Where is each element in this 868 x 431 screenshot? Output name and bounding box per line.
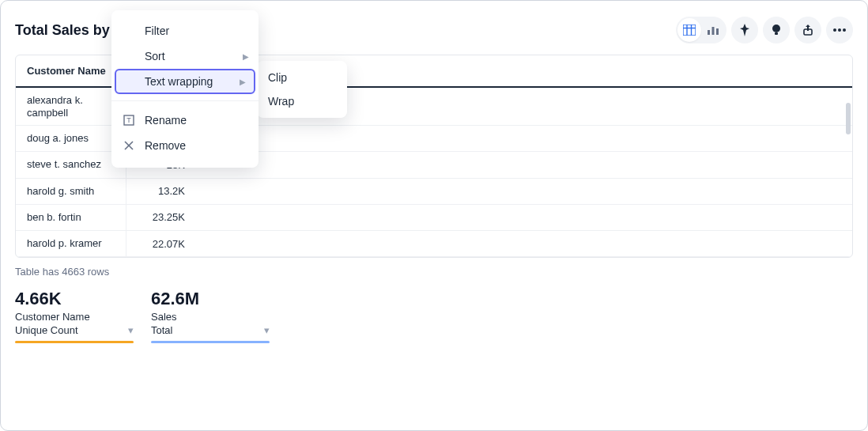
ctx-item-rename[interactable]: T Rename bbox=[111, 108, 259, 133]
more-button[interactable] bbox=[826, 17, 853, 43]
app-window: Total Sales by C bbox=[0, 0, 868, 431]
cell-customer-name: steve t. sanchez bbox=[16, 152, 126, 177]
kpi-aggregation-value: Total bbox=[151, 324, 172, 336]
pin-icon bbox=[739, 24, 750, 36]
ctx-item-sort[interactable]: Sort ▶ bbox=[111, 43, 259, 69]
kpi-customer-name: 4.66K Customer Name Unique Count ▾ bbox=[15, 289, 134, 343]
chevron-down-icon: ▾ bbox=[264, 324, 270, 336]
ctx-item-label: Sort bbox=[145, 50, 165, 62]
cell-value: 22.07K bbox=[126, 232, 196, 256]
chevron-down-icon: ▾ bbox=[128, 324, 134, 336]
cell-value: 23.25K bbox=[126, 205, 196, 229]
kpi-label: Sales bbox=[151, 311, 270, 323]
chevron-right-icon: ▶ bbox=[243, 52, 249, 61]
ctx-item-filter[interactable]: Filter bbox=[111, 18, 259, 43]
bar-chart-icon bbox=[707, 25, 719, 36]
table-row[interactable]: ben b. fortin 23.25K bbox=[16, 205, 852, 231]
svg-rect-6 bbox=[716, 28, 719, 35]
cell-customer-name: doug a. jones bbox=[16, 126, 126, 151]
ctx-divider bbox=[111, 100, 259, 101]
svg-point-12 bbox=[843, 28, 846, 32]
view-toggle bbox=[676, 17, 726, 43]
row-count-label: Table has 4663 rows bbox=[15, 266, 853, 278]
cell-customer-name: alexandra k. campbell bbox=[16, 88, 126, 125]
svg-rect-8 bbox=[775, 32, 778, 35]
more-horizontal-icon bbox=[833, 28, 846, 32]
chevron-right-icon: ▶ bbox=[240, 78, 246, 86]
table-row[interactable]: harold g. smith 13.2K bbox=[16, 179, 852, 205]
svg-rect-0 bbox=[683, 25, 696, 36]
submenu-item-label: Wrap bbox=[268, 95, 294, 108]
table-icon bbox=[683, 25, 696, 36]
kpi-value: 62.6M bbox=[151, 289, 270, 309]
kpi-aggregation-select[interactable]: Unique Count ▾ bbox=[15, 324, 134, 336]
svg-text:T: T bbox=[126, 116, 131, 124]
kpi-aggregation-select[interactable]: Total ▾ bbox=[151, 324, 270, 336]
view-table-button[interactable] bbox=[677, 18, 701, 42]
ctx-item-label: Text wrapping bbox=[145, 75, 213, 88]
kpi-underline bbox=[151, 341, 270, 343]
share-button[interactable] bbox=[794, 17, 821, 43]
kpi-label: Customer Name bbox=[15, 311, 134, 323]
kpi-underline bbox=[15, 341, 134, 343]
kpi-value: 4.66K bbox=[15, 289, 134, 309]
ctx-item-label: Rename bbox=[145, 114, 187, 127]
kpi-sales: 62.6M Sales Total ▾ bbox=[151, 289, 270, 343]
ctx-item-text-wrapping[interactable]: Text wrapping ▶ bbox=[115, 69, 255, 94]
rename-icon: T bbox=[123, 115, 135, 126]
view-chart-button[interactable] bbox=[701, 18, 725, 42]
toolbar bbox=[676, 17, 853, 43]
ctx-item-label: Remove bbox=[145, 139, 186, 152]
page-title: Total Sales by C bbox=[15, 22, 124, 39]
svg-rect-5 bbox=[712, 27, 715, 35]
column-header-customer-name[interactable]: Customer Name bbox=[16, 55, 126, 86]
scrollbar-thumb[interactable] bbox=[846, 103, 851, 134]
cell-customer-name: ben b. fortin bbox=[16, 205, 126, 230]
insight-button[interactable] bbox=[763, 17, 790, 43]
svg-point-11 bbox=[838, 28, 841, 32]
ctx-item-remove[interactable]: Remove bbox=[111, 133, 259, 158]
cell-value: 13.2K bbox=[126, 179, 196, 203]
share-icon bbox=[802, 24, 813, 36]
svg-point-7 bbox=[772, 25, 780, 32]
svg-point-10 bbox=[833, 28, 836, 32]
lightbulb-icon bbox=[771, 24, 782, 36]
column-context-menu: Filter Sort ▶ Text wrapping ▶ T Rename R… bbox=[111, 10, 259, 168]
close-icon bbox=[123, 141, 135, 150]
submenu-item-clip[interactable]: Clip bbox=[257, 66, 347, 89]
pin-button[interactable] bbox=[731, 17, 758, 43]
submenu-item-wrap[interactable]: Wrap bbox=[257, 89, 347, 113]
svg-rect-4 bbox=[708, 30, 710, 35]
ctx-item-label: Filter bbox=[145, 25, 169, 37]
text-wrapping-submenu: Clip Wrap bbox=[257, 61, 347, 118]
submenu-item-label: Clip bbox=[268, 71, 287, 84]
table-row[interactable]: harold p. kramer 22.07K bbox=[16, 231, 852, 257]
kpi-aggregation-value: Unique Count bbox=[15, 324, 78, 336]
kpi-strip: 4.66K Customer Name Unique Count ▾ 62.6M… bbox=[15, 289, 853, 343]
cell-customer-name: harold p. kramer bbox=[16, 231, 126, 256]
cell-customer-name: harold g. smith bbox=[16, 179, 126, 204]
